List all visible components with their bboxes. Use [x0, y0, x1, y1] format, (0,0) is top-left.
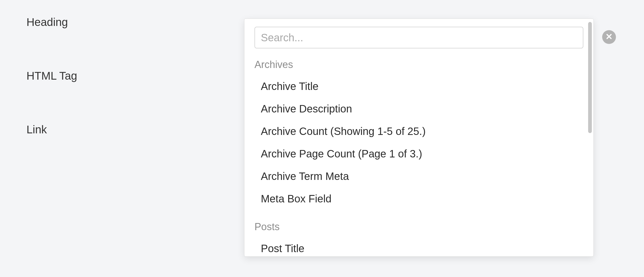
search-input[interactable] — [254, 27, 583, 48]
option-archive-title[interactable]: Archive Title — [254, 75, 583, 98]
field-label-html-tag: HTML Tag — [26, 70, 77, 82]
dynamic-data-dropdown: Archives Archive Title Archive Descripti… — [244, 19, 594, 257]
option-meta-box-field[interactable]: Meta Box Field — [254, 188, 583, 210]
field-label-link: Link — [26, 123, 77, 136]
close-button[interactable] — [602, 30, 616, 44]
close-icon — [606, 33, 612, 41]
option-archive-count[interactable]: Archive Count (Showing 1-5 of 25.) — [254, 120, 583, 143]
option-archive-description[interactable]: Archive Description — [254, 98, 583, 120]
group-items-posts: Post Title — [254, 237, 583, 256]
option-archive-term-meta[interactable]: Archive Term Meta — [254, 165, 583, 188]
dropdown-content: Archives Archive Title Archive Descripti… — [244, 19, 593, 256]
option-post-title[interactable]: Post Title — [254, 237, 583, 256]
group-heading-posts: Posts — [254, 221, 583, 233]
group-heading-archives: Archives — [254, 59, 583, 70]
sidebar-field-labels: Heading HTML Tag Link — [26, 16, 77, 136]
group-items-archives: Archive Title Archive Description Archiv… — [254, 75, 583, 210]
field-label-heading: Heading — [26, 16, 77, 29]
option-archive-page-count[interactable]: Archive Page Count (Page 1 of 3.) — [254, 143, 583, 165]
